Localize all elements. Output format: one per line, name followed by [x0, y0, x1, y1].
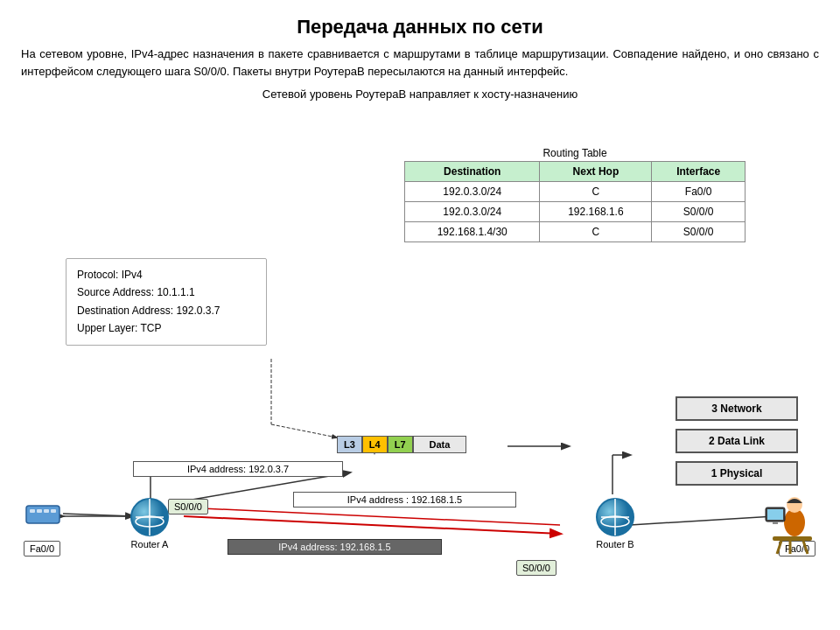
col-header-destination: Destination: [405, 162, 540, 182]
packet-layer-l7: L7: [388, 436, 413, 453]
diagram-subtitle: Сетевой уровень РоутераВ направляет к хо…: [21, 88, 819, 101]
packet-layer-l3: L3: [337, 436, 362, 453]
table-row: 192.168.1.4/30 C S0/0/0: [405, 222, 746, 242]
svg-rect-25: [51, 509, 56, 513]
ipv4-address-label-2: IPv4 address : 192.168.1.5: [293, 492, 516, 508]
packet-layer-data: Data: [413, 436, 467, 453]
routing-table: Destination Next Hop Interface 192.0.3.0…: [404, 161, 746, 242]
packet-strip: L3 L4 L7 Data: [337, 436, 466, 453]
routing-table-container: Routing Table Destination Next Hop Inter…: [404, 147, 746, 242]
dest-value: 192.0.3.7: [176, 304, 220, 317]
person-device: [764, 486, 821, 557]
cell-hop-1: C: [540, 182, 652, 202]
svg-rect-34: [773, 522, 778, 524]
cell-dest-2: 192.0.3.0/24: [405, 202, 540, 222]
osi-physical-button[interactable]: 1 Physical: [676, 461, 798, 486]
cell-hop-2: 192.168.1.6: [540, 202, 652, 222]
svg-line-28: [803, 541, 808, 554]
protocol-value: IPv4: [122, 269, 143, 281]
svg-rect-24: [44, 509, 49, 513]
intro-paragraph: На сетевом уровне, IPv4-адрес назначения…: [21, 46, 819, 80]
svg-rect-33: [767, 509, 783, 520]
source-label: Source Address:: [77, 286, 154, 298]
table-row: 192.0.3.0/24 192.168.1.6 S0/0/0: [405, 202, 746, 222]
svg-line-27: [777, 541, 781, 554]
cell-dest-3: 192.168.1.4/30: [405, 222, 540, 242]
source-row: Source Address: 10.1.1.1: [77, 284, 256, 301]
svg-rect-22: [30, 509, 35, 513]
osi-datalink-button[interactable]: 2 Data Link: [676, 429, 798, 453]
page-title: Передача данных по сети: [21, 16, 819, 38]
protocol-row: Protocol: IPv4: [77, 266, 256, 284]
router-a-fa00-label: Fa0/0: [24, 541, 60, 556]
svg-rect-23: [37, 509, 42, 513]
upper-row: Upper Layer: TCP: [77, 319, 256, 337]
svg-rect-26: [773, 536, 812, 541]
cell-iface-1: Fa0/0: [652, 182, 746, 202]
dest-label: Destination Address:: [77, 304, 173, 317]
router-a-s000-label: S0/0/0: [168, 499, 208, 514]
router-b-s000-label: S0/0/0: [516, 560, 556, 576]
cell-dest-1: 192.0.3.0/24: [405, 182, 540, 202]
upper-label: Upper Layer:: [77, 322, 137, 334]
routing-table-title: Routing Table: [404, 147, 746, 159]
switch-device: [24, 500, 61, 530]
packet-layer-l4: L4: [362, 436, 388, 453]
router-b: Router B: [595, 497, 635, 550]
dest-row: Destination Address: 192.0.3.7: [77, 302, 256, 319]
router-b-label: Router B: [595, 539, 635, 550]
source-value: 10.1.1.1: [157, 286, 194, 298]
osi-network-button[interactable]: 3 Network: [676, 396, 798, 421]
router-a-label: Router A: [130, 539, 170, 550]
table-row: 192.0.3.0/24 C Fa0/0: [405, 182, 746, 202]
ipv4-address-label-1: IPv4 address: 192.0.3.7: [133, 461, 343, 477]
col-header-nexthop: Next Hop: [540, 162, 652, 182]
cell-iface-3: S0/0/0: [652, 222, 746, 242]
router-a: Router A: [130, 497, 170, 550]
protocol-label: Protocol:: [77, 269, 118, 281]
upper-value: TCP: [141, 322, 162, 334]
col-header-interface: Interface: [652, 162, 746, 182]
ipv4-address-label-3: IPv4 address: 192.168.1.5: [228, 539, 442, 555]
cell-hop-3: C: [540, 222, 652, 242]
packet-info-box: Protocol: IPv4 Source Address: 10.1.1.1 …: [66, 258, 267, 346]
cell-iface-2: S0/0/0: [652, 202, 746, 222]
svg-rect-21: [26, 506, 60, 523]
